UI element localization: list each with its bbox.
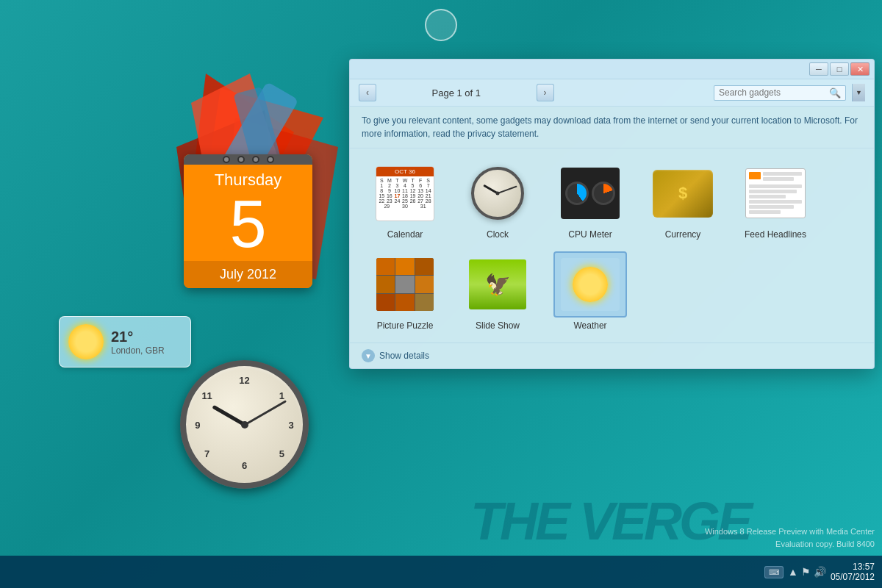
gadget-gallery-window: ─ □ ✕ ‹ Page 1 of 1 › 🔍 ▼ To give you re…: [349, 59, 875, 369]
gadget-item-weather[interactable]: Weather: [550, 251, 631, 331]
gadget-item-calendar[interactable]: OCT 36 SMTWTFS 1234567 891011121314: [365, 160, 445, 240]
windows-orb-button[interactable]: [425, 9, 457, 41]
currency-icon: $: [653, 170, 713, 218]
clock-num-3: 3: [288, 419, 293, 430]
prev-page-button[interactable]: ‹: [359, 84, 376, 101]
show-details-icon: ▼: [362, 349, 375, 362]
gadget-icon-picture-puzzle: [368, 251, 442, 318]
system-tray: ▲ ⚑ 🔊: [788, 566, 826, 578]
gadget-label-picture-puzzle: Picture Puzzle: [377, 320, 434, 331]
gadget-icon-calendar: OCT 36 SMTWTFS 1234567 891011121314: [368, 160, 442, 226]
gadget-label-calendar: Calendar: [387, 229, 423, 240]
gadget-item-feed-headlines[interactable]: Feed Headlines: [735, 160, 816, 240]
minimize-button[interactable]: ─: [809, 62, 828, 76]
spiral-hole-3: [252, 156, 259, 163]
weather-temperature: 21°: [111, 329, 165, 345]
gadget-icon-currency: $: [646, 160, 720, 226]
speaker-icon[interactable]: 🔊: [814, 566, 826, 578]
clock-icon: [471, 167, 524, 220]
gadgets-grid: OCT 36 SMTWTFS 1234567 891011121314: [350, 148, 874, 343]
gadget-icon-cpu-meter: [553, 160, 627, 226]
slide-show-icon: 🦅: [469, 259, 526, 309]
show-details-bar[interactable]: ▼ Show details: [350, 343, 874, 368]
clock-num-9: 9: [195, 419, 200, 430]
calendar-spiral: [184, 154, 312, 165]
spiral-hole-1: [223, 156, 230, 163]
gadget-label-slide-show: Slide Show: [476, 320, 520, 331]
clock-num-1: 1: [279, 390, 284, 401]
gadget-item-cpu-meter[interactable]: CPU Meter: [550, 160, 631, 240]
calendar-icon: OCT 36 SMTWTFS 1234567 891011121314: [376, 166, 434, 221]
taskbar: ⌨ ▲ ⚑ 🔊 13:57 05/07/2012: [0, 556, 882, 588]
search-input[interactable]: [719, 87, 829, 98]
clock-num-6: 6: [242, 460, 247, 471]
weather-location: London, GBR: [111, 345, 165, 356]
weather-info: 21° London, GBR: [111, 329, 165, 356]
gadget-label-feed-headlines: Feed Headlines: [745, 229, 806, 240]
weather-sun-icon: [68, 324, 104, 359]
build-info: Windows 8 Release Preview with Media Cen…: [705, 526, 875, 551]
search-dropdown[interactable]: ▼: [852, 84, 865, 101]
clock-num-12: 12: [239, 375, 249, 386]
show-details-label: Show details: [379, 351, 429, 361]
weather-widget: 21° London, GBR: [59, 316, 191, 368]
gadget-item-currency[interactable]: $ Currency: [642, 160, 723, 240]
clock-center-dot: [241, 421, 248, 429]
close-button[interactable]: ✕: [850, 62, 870, 76]
weather-icon: [561, 258, 620, 311]
clock-face: 12 1 3 5 6 7 9 11: [180, 360, 309, 489]
title-bar: ─ □ ✕: [350, 60, 874, 79]
cpu-meter-icon: [561, 168, 620, 219]
gadget-icon-weather: [553, 251, 627, 318]
gadget-item-clock[interactable]: Clock: [457, 160, 538, 240]
next-page-button[interactable]: ›: [537, 84, 554, 101]
gadget-icon-slide-show: 🦅: [461, 251, 534, 318]
clock-num-7: 7: [204, 448, 209, 459]
feed-headlines-icon: [745, 168, 806, 218]
gadget-icon-clock: [461, 160, 534, 226]
calendar-day-number: 5: [184, 191, 312, 261]
weather-sun-gadget-icon: [573, 267, 608, 302]
search-box[interactable]: 🔍: [714, 85, 846, 101]
build-info-line1: Windows 8 Release Preview with Media Cen…: [705, 526, 875, 539]
desktop: Thursday 5 July 2012 21° London, GBR 12 …: [0, 0, 882, 588]
gadget-item-slide-show[interactable]: 🦅 Slide Show: [457, 251, 538, 331]
clock-num-11: 11: [201, 390, 212, 401]
gadget-label-clock: Clock: [487, 229, 509, 240]
gadget-label-cpu-meter: CPU Meter: [568, 229, 612, 240]
taskbar-date-display: 05/07/2012: [831, 572, 875, 582]
gadget-item-picture-puzzle[interactable]: Picture Puzzle: [365, 251, 445, 331]
clock-minute-hand: [244, 400, 287, 426]
flag-icon[interactable]: ⚑: [801, 566, 811, 578]
page-indicator: Page 1 of 1: [382, 87, 531, 98]
taskbar-time-display: 13:57: [853, 562, 875, 572]
info-text: To give you relevant content, some gadge…: [362, 115, 858, 139]
keyboard-button[interactable]: ⌨: [764, 566, 784, 578]
gadget-label-weather: Weather: [573, 320, 606, 331]
spiral-hole-2: [237, 156, 245, 163]
calendar-widget: Thursday 5 July 2012: [184, 154, 312, 288]
info-message: To give you relevant content, some gadge…: [350, 107, 874, 148]
build-info-line2: Evaluation copy. Build 8400: [705, 538, 875, 551]
analog-clock-widget: 12 1 3 5 6 7 9 11: [180, 360, 309, 489]
search-icon[interactable]: 🔍: [829, 87, 841, 98]
spiral-hole-4: [267, 156, 274, 163]
restore-button[interactable]: □: [830, 62, 849, 76]
calendar-month-year: July 2012: [184, 261, 312, 288]
clock-num-5: 5: [279, 448, 284, 459]
gadget-icon-feed-headlines: [739, 160, 812, 226]
picture-puzzle-icon: [376, 258, 434, 311]
taskbar-clock[interactable]: 13:57 05/07/2012: [831, 562, 875, 582]
network-icon[interactable]: ▲: [788, 566, 798, 578]
gadget-label-currency: Currency: [665, 229, 701, 240]
navigation-bar: ‹ Page 1 of 1 › 🔍 ▼: [350, 79, 874, 107]
